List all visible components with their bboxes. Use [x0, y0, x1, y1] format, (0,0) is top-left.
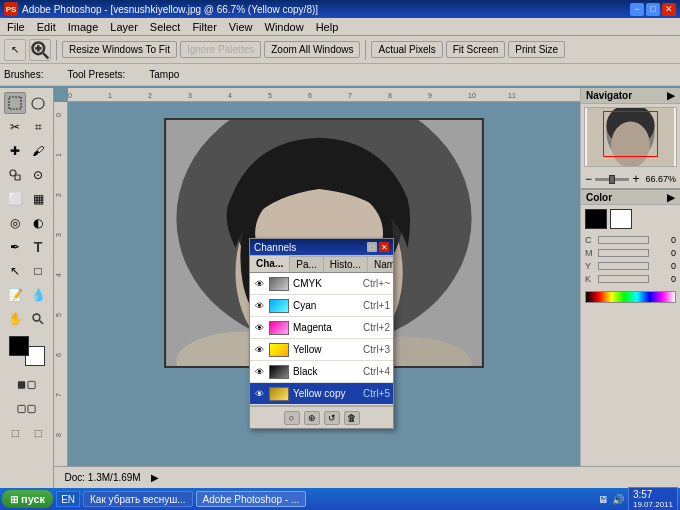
tool-notes[interactable]: 📝	[4, 284, 26, 306]
tool-eraser[interactable]: ⬜	[4, 188, 26, 210]
resize-windows-btn[interactable]: Resize Windows To Fit	[62, 41, 177, 58]
close-button[interactable]: ✕	[662, 3, 676, 16]
foreground-swatch[interactable]	[585, 209, 607, 229]
channel-row-cyan[interactable]: 👁 Cyan Ctrl+1	[250, 295, 393, 317]
color-y-bar[interactable]	[598, 262, 649, 270]
tool-zoom-in[interactable]	[29, 39, 51, 61]
background-swatch[interactable]	[610, 209, 632, 229]
tool-lasso[interactable]	[27, 92, 49, 114]
toolbar-separator-1	[56, 40, 57, 60]
tool-history[interactable]: ⊙	[27, 164, 49, 186]
channels-panel-controls[interactable]: □ ✕	[367, 242, 389, 252]
channel-delete-btn[interactable]: 🗑	[344, 411, 360, 425]
tool-slice[interactable]: ⌗	[27, 116, 49, 138]
channels-close-button[interactable]: ✕	[379, 242, 389, 252]
color-selector[interactable]	[9, 336, 45, 366]
channel-row-yellow[interactable]: 👁 Yellow Ctrl+3	[250, 339, 393, 361]
tool-layer-comp1[interactable]	[16, 374, 38, 396]
tool-hand[interactable]: ✋	[4, 308, 26, 330]
tool-clone[interactable]	[4, 164, 26, 186]
tool-move[interactable]: ↖	[4, 39, 26, 61]
menu-edit[interactable]: Edit	[32, 20, 61, 34]
color-arrow[interactable]: ▶	[667, 192, 675, 202]
tool-extra2[interactable]: ⬚	[27, 422, 49, 444]
zoom-all-windows-btn[interactable]: Zoom All Windows	[264, 41, 360, 58]
channel-row-cmyk[interactable]: 👁 CMYK Ctrl+~	[250, 273, 393, 295]
svg-text:3: 3	[188, 92, 192, 99]
tool-crop[interactable]: ✂	[4, 116, 26, 138]
tool-eyedropper[interactable]: 💧	[27, 284, 49, 306]
channel-add-btn[interactable]: ⊕	[304, 411, 320, 425]
foreground-color-swatch[interactable]	[9, 336, 29, 356]
svg-text:0: 0	[55, 113, 62, 117]
navigator-title: Navigator ▶	[581, 88, 680, 104]
minimize-button[interactable]: −	[630, 3, 644, 16]
color-k-bar[interactable]	[598, 275, 649, 283]
menu-select[interactable]: Select	[145, 20, 186, 34]
language-button[interactable]: EN	[56, 491, 80, 507]
tool-brush[interactable]: 🖌	[27, 140, 49, 162]
zoom-in-btn[interactable]: +	[632, 172, 639, 186]
channel-visibility-btn[interactable]: ○	[284, 411, 300, 425]
actual-pixels-btn[interactable]: Actual Pixels	[371, 41, 442, 58]
tool-layer-comp2[interactable]	[16, 398, 38, 420]
channel-row-black[interactable]: 👁 Black Ctrl+4	[250, 361, 393, 383]
tab-names[interactable]: Nami...	[368, 256, 393, 272]
status-bar: 66.67% | Doc: 1.3M/1.69M ▶	[0, 466, 680, 488]
tool-marquee[interactable]	[4, 92, 26, 114]
channel-name-cyan: Cyan	[293, 300, 359, 311]
navigator-arrow[interactable]: ▶	[667, 90, 675, 101]
channel-eye-cyan[interactable]: 👁	[253, 300, 265, 312]
tool-pen[interactable]: ✒	[4, 236, 26, 258]
svg-text:2: 2	[55, 193, 62, 197]
tab-history[interactable]: Histo...	[324, 256, 368, 272]
svg-rect-6	[15, 175, 20, 180]
color-c-bar[interactable]	[598, 236, 649, 244]
channel-eye-cmyk[interactable]: 👁	[253, 278, 265, 290]
tool-blur[interactable]: ◎	[4, 212, 26, 234]
status-arrow[interactable]: ▶	[151, 472, 159, 483]
channel-row-magenta[interactable]: 👁 Magenta Ctrl+2	[250, 317, 393, 339]
start-button[interactable]: ⊞ пуск	[2, 490, 53, 508]
tool-path-select[interactable]: ↖	[4, 260, 26, 282]
color-slider-k: K 0	[585, 274, 676, 284]
ignore-palettes-btn[interactable]: Ignore Palettes	[180, 41, 261, 58]
tool-zoom[interactable]	[27, 308, 49, 330]
color-m-bar[interactable]	[598, 249, 649, 257]
tool-shape[interactable]: □	[27, 260, 49, 282]
color-gradient-strip[interactable]	[585, 291, 676, 303]
tab-paths[interactable]: Pa...	[290, 256, 324, 272]
tool-dodge[interactable]: ◐	[27, 212, 49, 234]
fit-screen-btn[interactable]: Fit Screen	[446, 41, 506, 58]
menu-window[interactable]: Window	[260, 20, 309, 34]
tool-text[interactable]: T	[27, 236, 49, 258]
zoom-value: 66.67%	[645, 174, 676, 184]
menu-view[interactable]: View	[224, 20, 258, 34]
channel-row-yellow-copy[interactable]: 👁 Yellow copy Ctrl+5	[250, 383, 393, 405]
channel-mask-btn[interactable]: ↺	[324, 411, 340, 425]
toolbar: ↖ Resize Windows To Fit Ignore Palettes …	[0, 36, 680, 64]
tool-gradient[interactable]: ▦	[27, 188, 49, 210]
channels-maximize-button[interactable]: □	[367, 242, 377, 252]
tool-heal[interactable]: ✚	[4, 140, 26, 162]
channel-shortcut-yellow-copy: Ctrl+5	[363, 388, 390, 399]
channel-eye-yellow-copy[interactable]: 👁	[253, 388, 265, 400]
menu-help[interactable]: Help	[311, 20, 344, 34]
svg-text:2: 2	[148, 92, 152, 99]
channel-eye-yellow[interactable]: 👁	[253, 344, 265, 356]
channel-eye-black[interactable]: 👁	[253, 366, 265, 378]
tab-channels[interactable]: Cha...	[250, 255, 290, 272]
print-size-btn[interactable]: Print Size	[508, 41, 565, 58]
zoom-slider[interactable]	[595, 178, 629, 181]
menu-layer[interactable]: Layer	[105, 20, 143, 34]
menu-file[interactable]: File	[2, 20, 30, 34]
maximize-button[interactable]: □	[646, 3, 660, 16]
taskbar-item-browser[interactable]: Как убрать веснуш...	[83, 491, 193, 507]
title-bar-controls[interactable]: − □ ✕	[630, 3, 676, 16]
tool-extra1[interactable]: ⬚	[4, 422, 26, 444]
channel-eye-magenta[interactable]: 👁	[253, 322, 265, 334]
menu-filter[interactable]: Filter	[187, 20, 221, 34]
menu-image[interactable]: Image	[63, 20, 104, 34]
zoom-out-btn[interactable]: −	[585, 172, 592, 186]
taskbar-item-photoshop[interactable]: Adobe Photoshop - ...	[196, 491, 307, 507]
